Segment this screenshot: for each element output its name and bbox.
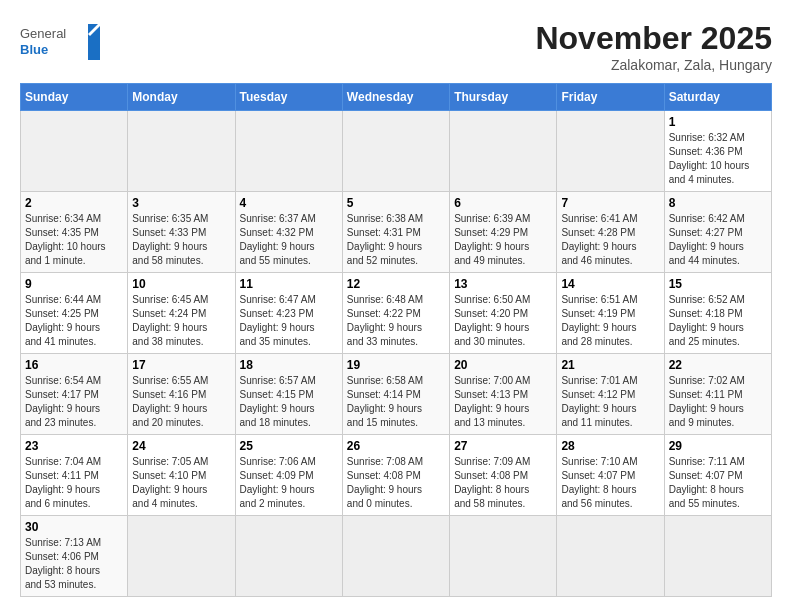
day-cell: [128, 111, 235, 192]
day-info: Sunrise: 6:50 AM Sunset: 4:20 PM Dayligh…: [454, 293, 552, 349]
day-number: 17: [132, 358, 230, 372]
day-cell: 17Sunrise: 6:55 AM Sunset: 4:16 PM Dayli…: [128, 354, 235, 435]
day-info: Sunrise: 6:45 AM Sunset: 4:24 PM Dayligh…: [132, 293, 230, 349]
day-info: Sunrise: 6:57 AM Sunset: 4:15 PM Dayligh…: [240, 374, 338, 430]
day-info: Sunrise: 6:34 AM Sunset: 4:35 PM Dayligh…: [25, 212, 123, 268]
week-row-5: 23Sunrise: 7:04 AM Sunset: 4:11 PM Dayli…: [21, 435, 772, 516]
title-block: November 2025 Zalakomar, Zala, Hungary: [535, 20, 772, 73]
day-cell: 10Sunrise: 6:45 AM Sunset: 4:24 PM Dayli…: [128, 273, 235, 354]
day-number: 14: [561, 277, 659, 291]
day-number: 26: [347, 439, 445, 453]
location: Zalakomar, Zala, Hungary: [535, 57, 772, 73]
day-info: Sunrise: 6:52 AM Sunset: 4:18 PM Dayligh…: [669, 293, 767, 349]
day-info: Sunrise: 7:00 AM Sunset: 4:13 PM Dayligh…: [454, 374, 552, 430]
day-cell: [342, 111, 449, 192]
day-cell: 22Sunrise: 7:02 AM Sunset: 4:11 PM Dayli…: [664, 354, 771, 435]
day-number: 11: [240, 277, 338, 291]
day-number: 29: [669, 439, 767, 453]
day-header-sunday: Sunday: [21, 84, 128, 111]
logo-svg: General Blue: [20, 20, 100, 65]
day-info: Sunrise: 6:44 AM Sunset: 4:25 PM Dayligh…: [25, 293, 123, 349]
day-info: Sunrise: 6:39 AM Sunset: 4:29 PM Dayligh…: [454, 212, 552, 268]
day-cell: 6Sunrise: 6:39 AM Sunset: 4:29 PM Daylig…: [450, 192, 557, 273]
logo: General Blue: [20, 20, 100, 65]
day-info: Sunrise: 7:10 AM Sunset: 4:07 PM Dayligh…: [561, 455, 659, 511]
day-cell: [557, 111, 664, 192]
day-number: 7: [561, 196, 659, 210]
svg-text:Blue: Blue: [20, 42, 48, 57]
day-info: Sunrise: 6:47 AM Sunset: 4:23 PM Dayligh…: [240, 293, 338, 349]
day-cell: 3Sunrise: 6:35 AM Sunset: 4:33 PM Daylig…: [128, 192, 235, 273]
day-number: 24: [132, 439, 230, 453]
week-row-3: 9Sunrise: 6:44 AM Sunset: 4:25 PM Daylig…: [21, 273, 772, 354]
day-number: 5: [347, 196, 445, 210]
day-info: Sunrise: 6:54 AM Sunset: 4:17 PM Dayligh…: [25, 374, 123, 430]
day-info: Sunrise: 7:08 AM Sunset: 4:08 PM Dayligh…: [347, 455, 445, 511]
day-info: Sunrise: 7:09 AM Sunset: 4:08 PM Dayligh…: [454, 455, 552, 511]
day-cell: [128, 516, 235, 597]
day-cell: [557, 516, 664, 597]
day-cell: 16Sunrise: 6:54 AM Sunset: 4:17 PM Dayli…: [21, 354, 128, 435]
day-header-friday: Friday: [557, 84, 664, 111]
day-cell: 1Sunrise: 6:32 AM Sunset: 4:36 PM Daylig…: [664, 111, 771, 192]
day-number: 23: [25, 439, 123, 453]
day-cell: 12Sunrise: 6:48 AM Sunset: 4:22 PM Dayli…: [342, 273, 449, 354]
day-cell: 13Sunrise: 6:50 AM Sunset: 4:20 PM Dayli…: [450, 273, 557, 354]
day-cell: 21Sunrise: 7:01 AM Sunset: 4:12 PM Dayli…: [557, 354, 664, 435]
day-header-monday: Monday: [128, 84, 235, 111]
day-cell: 28Sunrise: 7:10 AM Sunset: 4:07 PM Dayli…: [557, 435, 664, 516]
day-number: 6: [454, 196, 552, 210]
day-info: Sunrise: 7:02 AM Sunset: 4:11 PM Dayligh…: [669, 374, 767, 430]
day-number: 28: [561, 439, 659, 453]
day-number: 12: [347, 277, 445, 291]
day-cell: [235, 516, 342, 597]
day-header-wednesday: Wednesday: [342, 84, 449, 111]
header-row: SundayMondayTuesdayWednesdayThursdayFrid…: [21, 84, 772, 111]
day-cell: 14Sunrise: 6:51 AM Sunset: 4:19 PM Dayli…: [557, 273, 664, 354]
day-info: Sunrise: 6:35 AM Sunset: 4:33 PM Dayligh…: [132, 212, 230, 268]
day-cell: 5Sunrise: 6:38 AM Sunset: 4:31 PM Daylig…: [342, 192, 449, 273]
day-info: Sunrise: 7:11 AM Sunset: 4:07 PM Dayligh…: [669, 455, 767, 511]
day-cell: 18Sunrise: 6:57 AM Sunset: 4:15 PM Dayli…: [235, 354, 342, 435]
day-number: 9: [25, 277, 123, 291]
day-cell: 9Sunrise: 6:44 AM Sunset: 4:25 PM Daylig…: [21, 273, 128, 354]
day-number: 18: [240, 358, 338, 372]
day-cell: 7Sunrise: 6:41 AM Sunset: 4:28 PM Daylig…: [557, 192, 664, 273]
day-cell: [664, 516, 771, 597]
day-cell: 27Sunrise: 7:09 AM Sunset: 4:08 PM Dayli…: [450, 435, 557, 516]
day-cell: 4Sunrise: 6:37 AM Sunset: 4:32 PM Daylig…: [235, 192, 342, 273]
day-info: Sunrise: 7:04 AM Sunset: 4:11 PM Dayligh…: [25, 455, 123, 511]
day-info: Sunrise: 6:38 AM Sunset: 4:31 PM Dayligh…: [347, 212, 445, 268]
day-info: Sunrise: 6:41 AM Sunset: 4:28 PM Dayligh…: [561, 212, 659, 268]
day-info: Sunrise: 6:55 AM Sunset: 4:16 PM Dayligh…: [132, 374, 230, 430]
day-number: 15: [669, 277, 767, 291]
month-title: November 2025: [535, 20, 772, 57]
svg-text:General: General: [20, 26, 66, 41]
day-info: Sunrise: 6:51 AM Sunset: 4:19 PM Dayligh…: [561, 293, 659, 349]
day-header-thursday: Thursday: [450, 84, 557, 111]
day-number: 2: [25, 196, 123, 210]
day-number: 30: [25, 520, 123, 534]
day-number: 10: [132, 277, 230, 291]
day-info: Sunrise: 6:48 AM Sunset: 4:22 PM Dayligh…: [347, 293, 445, 349]
day-number: 27: [454, 439, 552, 453]
day-number: 21: [561, 358, 659, 372]
day-info: Sunrise: 7:01 AM Sunset: 4:12 PM Dayligh…: [561, 374, 659, 430]
day-number: 13: [454, 277, 552, 291]
day-cell: [450, 111, 557, 192]
day-header-saturday: Saturday: [664, 84, 771, 111]
day-info: Sunrise: 7:13 AM Sunset: 4:06 PM Dayligh…: [25, 536, 123, 592]
day-number: 22: [669, 358, 767, 372]
day-cell: 29Sunrise: 7:11 AM Sunset: 4:07 PM Dayli…: [664, 435, 771, 516]
day-cell: 30Sunrise: 7:13 AM Sunset: 4:06 PM Dayli…: [21, 516, 128, 597]
day-cell: 15Sunrise: 6:52 AM Sunset: 4:18 PM Dayli…: [664, 273, 771, 354]
page-header: General Blue November 2025 Zalakomar, Za…: [20, 20, 772, 73]
day-info: Sunrise: 6:42 AM Sunset: 4:27 PM Dayligh…: [669, 212, 767, 268]
week-row-2: 2Sunrise: 6:34 AM Sunset: 4:35 PM Daylig…: [21, 192, 772, 273]
day-cell: 19Sunrise: 6:58 AM Sunset: 4:14 PM Dayli…: [342, 354, 449, 435]
day-cell: [342, 516, 449, 597]
day-cell: [21, 111, 128, 192]
day-number: 3: [132, 196, 230, 210]
day-cell: 25Sunrise: 7:06 AM Sunset: 4:09 PM Dayli…: [235, 435, 342, 516]
day-cell: 24Sunrise: 7:05 AM Sunset: 4:10 PM Dayli…: [128, 435, 235, 516]
